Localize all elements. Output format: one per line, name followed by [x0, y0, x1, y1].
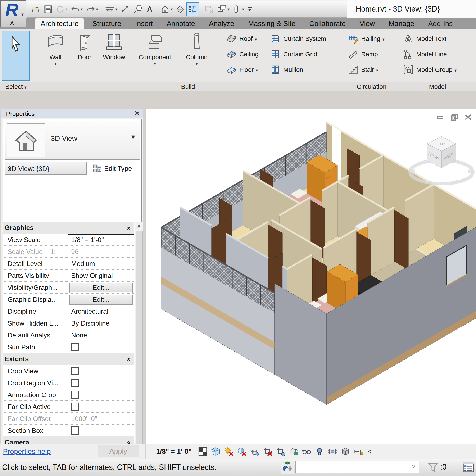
apply-button[interactable]: Apply	[98, 445, 139, 457]
modify-button[interactable]: Modify	[2, 31, 30, 81]
default-analysis-field[interactable]: None	[68, 329, 134, 341]
tab-insert[interactable]: Insert	[130, 18, 158, 29]
displacement-sets-icon[interactable]	[354, 447, 363, 456]
type-selector[interactable]: 3D View ▼	[5, 121, 140, 160]
tab-collaborate[interactable]: Collaborate	[304, 18, 351, 29]
thin-lines-icon[interactable]	[186, 2, 199, 16]
view-scale-input[interactable]: 1/8" = 1'-0"	[68, 234, 134, 246]
save-icon[interactable]	[42, 2, 54, 16]
model-text-button[interactable]: A Model Text	[403, 32, 446, 46]
roof-button[interactable]: Roof ▾	[226, 32, 257, 46]
crop-view-checkbox[interactable]	[71, 367, 79, 375]
circulation-panel-label[interactable]: Circulation	[344, 83, 399, 90]
show-hidden-lines-field[interactable]: By Discipline	[68, 317, 134, 329]
visual-style-icon[interactable]	[211, 447, 221, 456]
show-crop-region-icon[interactable]	[276, 447, 285, 456]
default-3d-view-icon[interactable]: ▾	[159, 2, 174, 16]
properties-help-link[interactable]: Properties help	[3, 447, 51, 456]
build-panel-label[interactable]: Build	[32, 83, 344, 90]
revit-app-button[interactable]: R ▾ A	[0, 0, 26, 27]
floor-button[interactable]: Floor ▾	[226, 63, 258, 77]
unlocked-view-icon[interactable]	[289, 447, 298, 456]
tab-architecture[interactable]: Architecture	[35, 18, 84, 29]
minimize-icon[interactable]	[436, 113, 445, 121]
aligned-dimension-icon[interactable]	[119, 2, 131, 16]
worksets-icon[interactable]	[281, 460, 294, 474]
select-panel-label[interactable]: Select ▾	[0, 83, 32, 90]
text-icon[interactable]: A	[144, 2, 155, 16]
railing-button[interactable]: Railing ▾	[348, 32, 385, 46]
view-scale-control[interactable]: 1/8" = 1'-0"	[156, 448, 192, 456]
column-button[interactable]: Column ▾	[180, 31, 213, 66]
open-file-icon[interactable]	[30, 2, 42, 16]
door-button[interactable]: Door	[72, 31, 97, 61]
tab-manage[interactable]: Manage	[383, 18, 420, 29]
detail-level-field[interactable]: Medium	[68, 258, 134, 270]
properties-scrollbar[interactable]: ∧ ∨	[135, 221, 143, 476]
temporary-hide-isolate-icon[interactable]	[302, 447, 311, 456]
detail-level-icon[interactable]	[198, 447, 207, 456]
customize-qat-icon[interactable]	[244, 2, 255, 16]
shadows-icon[interactable]	[237, 447, 246, 456]
crop-view-icon[interactable]	[263, 447, 272, 456]
collapse-icon[interactable]: «	[126, 358, 133, 361]
collapse-icon[interactable]: «	[126, 227, 133, 230]
viewbar-expand-icon[interactable]: <	[368, 447, 372, 456]
analytical-model-icon[interactable]	[328, 447, 337, 456]
parts-visibility-field[interactable]: Show Original	[68, 270, 134, 282]
close-hidden-windows-icon[interactable]	[203, 2, 215, 16]
model-line-button[interactable]: Model Line	[403, 47, 447, 61]
section-graphics[interactable]: Graphics«	[3, 221, 134, 234]
rendering-dialog-icon[interactable]	[250, 447, 259, 456]
tab-structure[interactable]: Structure	[87, 18, 127, 29]
instance-selector[interactable]: 3D View: {3D} ˅	[5, 162, 87, 175]
curtain-grid-button[interactable]: Curtain Grid	[270, 47, 317, 61]
ramp-button[interactable]: Ramp	[348, 47, 378, 61]
worksharing-display-icon[interactable]	[341, 447, 350, 456]
tag-icon[interactable]: 1	[131, 2, 144, 16]
mullion-button[interactable]: Mullion	[270, 63, 303, 77]
restore-icon[interactable]	[450, 113, 459, 121]
model-group-button[interactable]: Model Group ▾	[403, 63, 457, 77]
far-clip-active-checkbox[interactable]	[71, 403, 79, 411]
viewcube-top-label[interactable]: TOP	[438, 142, 445, 146]
tab-massing-site[interactable]: Massing & Site	[243, 18, 301, 29]
scroll-up-icon[interactable]: ∧	[135, 221, 143, 231]
chevron-down-icon[interactable]: ▾	[242, 7, 244, 12]
3d-model[interactable]: TOP FRONT RIGHT	[146, 109, 476, 444]
design-options-dropdown[interactable]: ˅	[295, 460, 419, 474]
section-icon[interactable]	[174, 2, 186, 16]
ceiling-button[interactable]: Ceiling	[226, 47, 259, 61]
drawing-area[interactable]: TOP FRONT RIGHT	[146, 109, 476, 444]
tab-add-ins[interactable]: Add-Ins	[423, 18, 458, 29]
visibility-edit-button[interactable]: Edit...	[69, 283, 133, 293]
redo-icon[interactable]: ▾	[84, 2, 100, 16]
selection-filter-icon[interactable]	[427, 461, 439, 474]
sun-path-checkbox[interactable]	[71, 343, 79, 351]
undo-icon[interactable]: ▾	[69, 2, 84, 16]
edit-type-button[interactable]: Edit Type	[92, 162, 139, 175]
tab-analyze[interactable]: Analyze	[204, 18, 240, 29]
section-box-checkbox[interactable]	[71, 426, 79, 435]
close-icon[interactable]	[464, 113, 472, 121]
graphic-display-edit-button[interactable]: Edit...	[69, 295, 133, 305]
close-icon[interactable]	[134, 110, 140, 116]
switch-windows-icon[interactable]: ▾	[215, 2, 231, 16]
stair-button[interactable]: Stair ▾	[348, 63, 378, 77]
reveal-hidden-elements-icon[interactable]	[315, 447, 324, 456]
tab-annotate[interactable]: Annotate	[161, 18, 201, 29]
sun-path-icon[interactable]	[224, 447, 234, 456]
measure-icon[interactable]: ▾	[103, 2, 119, 16]
properties-header[interactable]: Properties	[1, 109, 143, 118]
sync-with-central-icon[interactable]: ▾	[54, 2, 69, 16]
component-button[interactable]: Component ▾	[134, 31, 176, 66]
discipline-field[interactable]: Architectural	[68, 306, 134, 317]
curtain-system-button[interactable]: Curtain System	[270, 32, 326, 46]
section-extents[interactable]: Extents«	[3, 353, 134, 365]
tab-view[interactable]: View	[354, 18, 380, 29]
crop-region-visible-checkbox[interactable]	[71, 379, 79, 387]
status-panel-icon[interactable]	[462, 460, 475, 474]
model-panel-label[interactable]: Model	[399, 83, 476, 90]
annotation-crop-checkbox[interactable]	[71, 391, 79, 399]
window-button[interactable]: Window	[98, 31, 130, 61]
